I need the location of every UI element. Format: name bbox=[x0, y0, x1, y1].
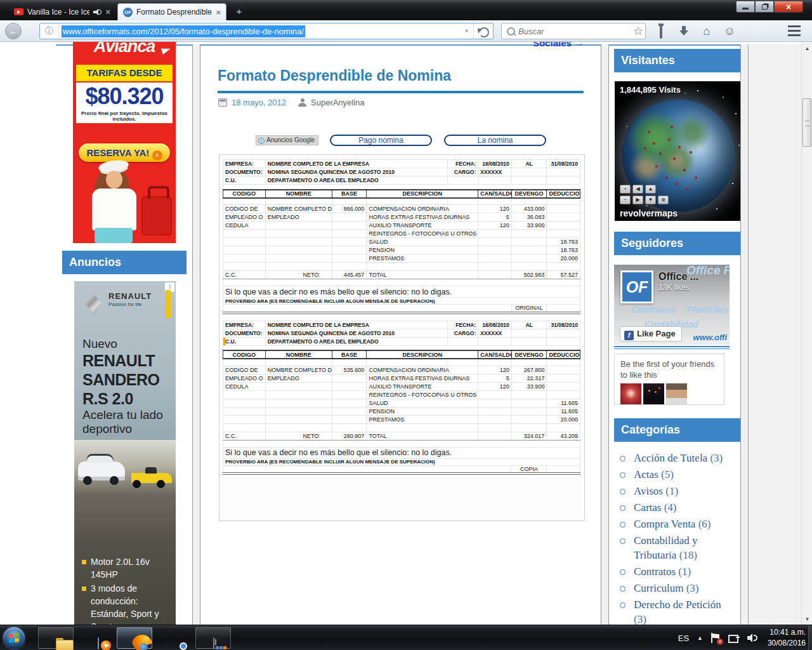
hello-icon[interactable]: ☺ bbox=[723, 25, 736, 37]
category-item[interactable]: Cartas (4) bbox=[617, 500, 730, 515]
pocket-icon[interactable] bbox=[746, 25, 759, 37]
sheet-cell bbox=[511, 176, 547, 185]
category-link[interactable]: Curriculum bbox=[634, 582, 686, 594]
scroll-up-icon[interactable]: ▲ bbox=[802, 43, 812, 54]
back-button[interactable]: ← bbox=[5, 23, 22, 39]
sheet-cell bbox=[367, 198, 447, 205]
tab-close-icon[interactable]: × bbox=[105, 7, 110, 17]
url-bar[interactable]: ⓘ www.officeformats.com/2012/05/formato-… bbox=[39, 23, 494, 39]
sheet-cell: 20.000 bbox=[547, 415, 580, 423]
tab-audio-icon[interactable] bbox=[93, 9, 102, 15]
scrollbar-thumb[interactable] bbox=[802, 98, 811, 147]
sheet-cell bbox=[478, 198, 512, 205]
url-dropdown-icon[interactable]: ▾ bbox=[460, 23, 474, 39]
sheet-cell bbox=[332, 359, 367, 366]
revolvermaps-widget[interactable]: 1,844,895 Visits +◀▲ −▶▼⊕ revolvermaps bbox=[615, 81, 740, 221]
taskbar-calculator-button[interactable] bbox=[195, 627, 231, 649]
sheet-cell: 120 bbox=[478, 222, 512, 230]
tab-vanilla-ice[interactable]: Vanilla Ice - Ice Ice Bab... × bbox=[9, 3, 115, 20]
globe-control-button[interactable]: − bbox=[620, 196, 631, 204]
taskbar-clock[interactable]: 10:41 a.m. 30/08/2016 bbox=[768, 627, 806, 649]
sheet-cell bbox=[223, 465, 512, 474]
tray-expand-icon[interactable]: ▲ bbox=[697, 635, 703, 641]
reload-icon[interactable] bbox=[474, 23, 493, 39]
sociales-link[interactable]: Sociales → bbox=[533, 42, 584, 48]
downloads-icon[interactable] bbox=[678, 25, 690, 37]
home-icon[interactable]: ⌂ bbox=[700, 25, 713, 37]
scrollbar[interactable]: ▲ ▼ bbox=[801, 42, 812, 625]
category-item[interactable]: Contabilidad y Tributaria (18) bbox=[617, 533, 730, 562]
site-info-icon[interactable]: ⓘ bbox=[40, 23, 59, 39]
category-item[interactable]: Curriculum (3) bbox=[617, 581, 730, 595]
minimize-button[interactable] bbox=[736, 1, 755, 13]
globe-control-button[interactable]: ▶ bbox=[632, 196, 643, 204]
sheet-cell bbox=[265, 390, 332, 399]
category-item[interactable]: Acción de Tutela (3) bbox=[617, 451, 730, 465]
visitor-dot bbox=[668, 138, 671, 141]
sheet-cell bbox=[265, 255, 332, 263]
taskbar-chrome-button[interactable] bbox=[157, 627, 193, 649]
globe-control-button[interactable]: ▼ bbox=[645, 196, 656, 204]
globe-control-button[interactable]: ⊕ bbox=[658, 196, 669, 204]
globe-control-button[interactable]: + bbox=[620, 185, 631, 194]
bookmark-star-icon[interactable]: ☆ bbox=[632, 25, 645, 37]
taskbar-mediaplayer-button[interactable] bbox=[80, 627, 115, 649]
revolvermaps-label[interactable]: revolvermaps bbox=[620, 208, 678, 218]
category-link[interactable]: Compra Venta bbox=[634, 518, 698, 530]
category-item[interactable]: Contratos (1) bbox=[617, 564, 730, 579]
category-link[interactable]: Contratos bbox=[634, 566, 678, 578]
tab-close-icon[interactable]: × bbox=[216, 8, 221, 17]
category-item[interactable]: Derecho de Petición (3) bbox=[617, 597, 730, 625]
google-ad-link[interactable]: Pago nomina bbox=[330, 135, 432, 146]
friend-thumbnail[interactable] bbox=[643, 383, 664, 404]
taskbar-firefox-button[interactable] bbox=[117, 627, 152, 649]
friend-thumbnail[interactable] bbox=[666, 383, 687, 404]
taskbar-explorer-button[interactable] bbox=[38, 627, 74, 649]
category-link[interactable]: Derecho de Petición bbox=[634, 599, 721, 611]
language-indicator[interactable]: ES bbox=[678, 633, 689, 643]
close-button[interactable]: × bbox=[774, 1, 803, 13]
action-center-icon[interactable]: × bbox=[711, 633, 720, 643]
category-item[interactable]: Compra Venta (6) bbox=[617, 517, 730, 531]
menu-icon[interactable] bbox=[788, 25, 801, 36]
globe-control-button[interactable]: ▲ bbox=[645, 185, 656, 194]
sheet-cell bbox=[511, 390, 547, 399]
category-link[interactable]: Cartas bbox=[634, 501, 664, 514]
bookmarks-menu-icon[interactable] bbox=[655, 25, 667, 37]
post-author[interactable]: SuperAnyelina bbox=[311, 98, 365, 107]
category-count: (5) bbox=[661, 468, 674, 481]
category-item[interactable]: Avisos (1) bbox=[617, 484, 730, 498]
avianca-reserva-button[interactable]: RESERVA YA! › bbox=[79, 143, 170, 162]
volume-icon[interactable] bbox=[747, 633, 757, 642]
facebook-page-name[interactable]: Office ... bbox=[658, 271, 698, 282]
sheet-cell: 5 bbox=[478, 374, 512, 382]
category-item[interactable]: Actas (5) bbox=[617, 467, 730, 482]
sheet-cell bbox=[332, 222, 367, 230]
category-link[interactable]: Acción de Tutela bbox=[634, 452, 710, 464]
author-icon bbox=[298, 98, 306, 107]
category-link[interactable]: Avisos bbox=[634, 485, 665, 497]
renault-ad[interactable]: i RENAULT Passion for life Nuevo RENAULT… bbox=[74, 281, 176, 625]
screen: Vanilla Ice - Ice Ice Bab... × OF Format… bbox=[0, 0, 812, 650]
tab-formato-desprendible[interactable]: OF Formato Desprendible de ... × bbox=[117, 3, 226, 20]
avianca-ad[interactable]: Avianca TARIFAS DESDE $80.320 Precio fin… bbox=[73, 42, 176, 243]
anuncios-google-badge[interactable]: iAnuncios Google bbox=[256, 135, 318, 145]
restore-button[interactable] bbox=[755, 1, 774, 13]
google-ad-link[interactable]: La nomina bbox=[444, 135, 546, 146]
visitor-dot bbox=[695, 176, 697, 179]
network-icon[interactable] bbox=[728, 633, 739, 643]
start-button[interactable] bbox=[3, 627, 25, 649]
friend-thumbnail[interactable] bbox=[620, 383, 641, 404]
sheet-cell: PENSION bbox=[367, 407, 478, 415]
show-desktop-button[interactable] bbox=[808, 625, 812, 650]
new-tab-button[interactable]: + bbox=[232, 6, 247, 18]
search-box[interactable] bbox=[501, 23, 646, 39]
url-text[interactable]: www.officeformats.com/2012/05/formato-de… bbox=[62, 25, 305, 37]
category-link[interactable]: Actas bbox=[634, 468, 661, 481]
sheet-cell: C.C. bbox=[223, 432, 266, 440]
like-page-button[interactable]: fLike Page bbox=[620, 326, 682, 342]
scroll-down-icon[interactable]: ▼ bbox=[802, 614, 812, 625]
globe-control-button[interactable]: ◀ bbox=[632, 185, 643, 194]
search-input[interactable] bbox=[518, 27, 632, 36]
facebook-page-widget[interactable]: Office FoContratosPlantillasContabilidad… bbox=[614, 265, 730, 345]
